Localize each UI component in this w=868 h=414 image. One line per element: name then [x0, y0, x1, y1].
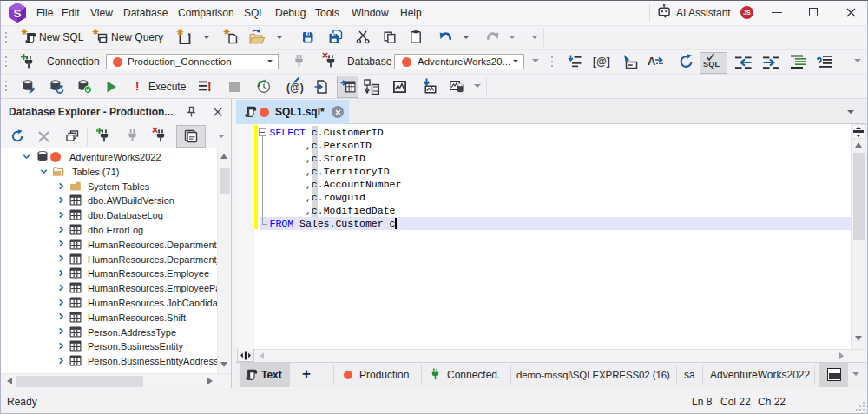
svg-text:!: ! — [207, 80, 212, 94]
svg-text:S: S — [13, 7, 21, 20]
